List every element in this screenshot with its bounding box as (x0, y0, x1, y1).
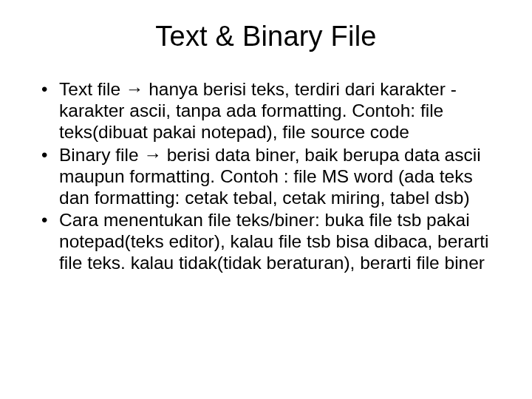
slide-title: Text & Binary File (37, 21, 495, 52)
list-item: Text file → hanya berisi teks, terdiri d… (37, 79, 495, 143)
slide: Text & Binary File Text file → hanya ber… (0, 0, 532, 399)
list-item: Cara menentukan file teks/biner: buka fi… (37, 210, 495, 274)
list-item: Binary file → berisi data biner, baik be… (37, 145, 495, 209)
bullet-list: Text file → hanya berisi teks, terdiri d… (37, 79, 495, 274)
